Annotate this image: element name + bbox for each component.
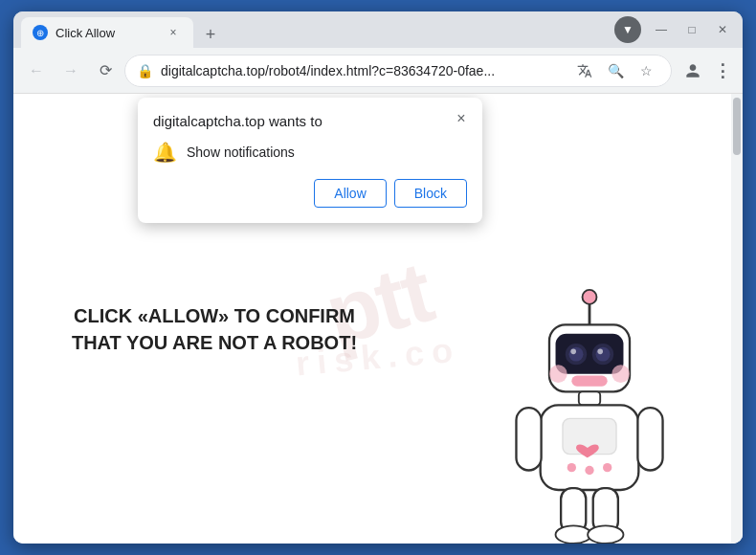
back-button[interactable]: ← xyxy=(21,56,52,86)
svg-point-9 xyxy=(597,349,603,355)
popup-title: digitalcaptcha.top wants to xyxy=(153,113,467,129)
page-content: ptt risk.co CLICK «ALLOW» TO CONFIRM THA… xyxy=(13,94,743,544)
active-tab[interactable]: Click Allow × xyxy=(21,17,193,48)
block-button[interactable]: Block xyxy=(394,179,467,208)
svg-point-11 xyxy=(611,365,630,383)
chrome-menu-dots[interactable]: ⋮ xyxy=(708,57,735,84)
address-icons: 🔍 ☆ xyxy=(571,57,659,84)
browser-window: Click Allow × + ▼ — □ ✕ ← → ⟳ 🔒 digitalc… xyxy=(13,11,743,544)
chrome-menu-button[interactable]: ▼ xyxy=(614,16,641,43)
forward-button[interactable]: → xyxy=(56,56,86,86)
tab-close-button[interactable]: × xyxy=(165,24,182,41)
svg-rect-16 xyxy=(516,408,541,470)
maximize-button[interactable]: □ xyxy=(679,17,704,42)
allow-button[interactable]: Allow xyxy=(314,179,386,208)
address-bar-row: ← → ⟳ 🔒 digitalcaptcha.top/robot4/index.… xyxy=(13,48,743,94)
close-button[interactable]: ✕ xyxy=(710,17,735,42)
scrollbar-thumb[interactable] xyxy=(733,98,741,155)
svg-rect-17 xyxy=(637,408,662,470)
popup-close-button[interactable]: × xyxy=(450,107,473,130)
search-icon[interactable]: 🔍 xyxy=(602,57,629,84)
translate-icon[interactable] xyxy=(571,57,598,84)
svg-rect-13 xyxy=(579,391,600,405)
lock-icon: 🔒 xyxy=(137,63,153,78)
svg-point-10 xyxy=(549,365,567,383)
star-icon[interactable]: ☆ xyxy=(633,57,659,84)
minimize-button[interactable]: — xyxy=(649,17,674,42)
bell-icon: 🔔 xyxy=(153,141,177,164)
profile-button[interactable] xyxy=(679,57,706,84)
svg-point-7 xyxy=(596,347,611,362)
svg-point-6 xyxy=(569,347,584,362)
tab-strip: Click Allow × + xyxy=(21,11,607,48)
svg-point-1 xyxy=(583,290,597,304)
svg-point-21 xyxy=(588,525,623,544)
page-main-text: CLICK «ALLOW» TO CONFIRM THAT YOU ARE NO… xyxy=(52,302,377,356)
toolbar-right: ⋮ xyxy=(679,57,735,84)
tab-title: Click Allow xyxy=(56,26,157,40)
url-text: digitalcaptcha.top/robot4/index.html?c=8… xyxy=(161,63,564,78)
notification-popup: × digitalcaptcha.top wants to 🔔 Show not… xyxy=(138,98,482,223)
svg-point-8 xyxy=(570,349,576,355)
new-tab-button[interactable]: + xyxy=(197,21,224,48)
svg-point-24 xyxy=(603,463,611,472)
address-bar[interactable]: 🔒 digitalcaptcha.top/robot4/index.html?c… xyxy=(124,55,672,87)
robot-illustration xyxy=(494,276,685,544)
permission-row: 🔔 Show notifications xyxy=(153,141,467,164)
svg-rect-12 xyxy=(571,376,607,387)
tab-favicon xyxy=(33,25,48,40)
scrollbar[interactable] xyxy=(731,94,743,544)
svg-point-20 xyxy=(556,525,591,544)
permission-label: Show notifications xyxy=(187,144,295,160)
reload-button[interactable]: ⟳ xyxy=(90,56,121,86)
svg-point-22 xyxy=(567,463,576,472)
title-bar: Click Allow × + ▼ — □ ✕ xyxy=(13,11,743,48)
popup-buttons: Allow Block xyxy=(153,179,467,208)
svg-point-23 xyxy=(585,466,593,475)
window-controls: — □ ✕ xyxy=(649,17,735,42)
